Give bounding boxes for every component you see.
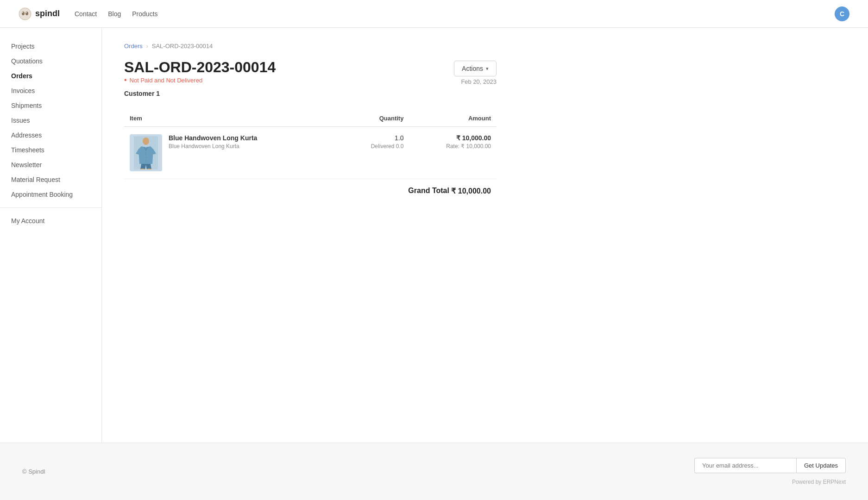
delivered-value: Delivered 0.0: [346, 143, 404, 150]
table-header-row: Item Quantity Amount: [124, 110, 497, 127]
svg-point-0: [19, 8, 31, 20]
footer-right: Get Updates Powered by ERPNext: [694, 458, 846, 485]
nav-blog[interactable]: Blog: [108, 10, 121, 18]
svg-point-1: [22, 12, 25, 15]
sidebar-item-material-request[interactable]: Material Request: [0, 172, 101, 187]
table-header: Item Quantity Amount: [124, 110, 497, 127]
svg-point-6: [143, 138, 149, 145]
get-updates-button[interactable]: Get Updates: [796, 458, 846, 473]
order-date: Feb 20, 2023: [454, 78, 497, 85]
user-avatar[interactable]: C: [835, 6, 849, 21]
item-cell: Blue Handwoven Long Kurta Blue Handwoven…: [124, 127, 341, 179]
col-amount: Amount: [409, 110, 497, 127]
customer-label: Customer 1: [124, 90, 276, 97]
order-meta: Actions ▾ Feb 20, 2023: [454, 59, 497, 85]
quantity-cell: 1.0 Delivered 0.0: [341, 127, 409, 179]
sidebar-item-my-account[interactable]: My Account: [0, 213, 101, 228]
sidebar: Projects Quotations Orders Invoices Ship…: [0, 28, 102, 443]
grand-total-row: Grand Total ₹ 10,000.00: [124, 179, 497, 195]
svg-point-3: [22, 12, 23, 13]
logo-icon: [19, 7, 31, 20]
grand-total-value: ₹ 10,000.00: [451, 187, 491, 195]
footer-email-row: Get Updates: [694, 458, 846, 473]
email-input[interactable]: [694, 458, 796, 473]
sidebar-item-newsletter[interactable]: Newsletter: [0, 157, 101, 172]
status-row: • Not Paid and Not Delivered: [124, 76, 276, 84]
footer-copyright: © Spindl: [22, 468, 45, 475]
breadcrumb-current: SAL-ORD-2023-00014: [152, 43, 213, 50]
svg-point-4: [26, 12, 27, 13]
table-body: Blue Handwoven Long Kurta Blue Handwoven…: [124, 127, 497, 179]
sidebar-item-invoices[interactable]: Invoices: [0, 83, 101, 98]
product-name: Blue Handwoven Long Kurta: [169, 134, 257, 142]
sidebar-item-appointment-booking[interactable]: Appointment Booking: [0, 187, 101, 202]
footer-powered-by: Powered by ERPNext: [792, 479, 846, 485]
sidebar-item-shipments[interactable]: Shipments: [0, 98, 101, 113]
breadcrumb-chevron: ›: [146, 43, 148, 50]
rate-value: Rate: ₹ 10,000.00: [415, 143, 491, 150]
table-row: Blue Handwoven Long Kurta Blue Handwoven…: [124, 127, 497, 179]
main-nav: Contact Blog Products: [75, 10, 158, 18]
order-title: SAL-ORD-2023-00014: [124, 59, 276, 76]
status-dot: •: [124, 76, 127, 84]
kurta-svg: [134, 136, 158, 169]
site-header: spindl Contact Blog Products C: [0, 0, 868, 28]
col-item: Item: [124, 110, 341, 127]
sidebar-item-orders[interactable]: Orders: [0, 69, 101, 83]
product-description: Blue Handwoven Long Kurta: [169, 143, 257, 150]
product-cell: Blue Handwoven Long Kurta Blue Handwoven…: [130, 134, 335, 171]
site-footer: © Spindl Get Updates Powered by ERPNext: [0, 443, 868, 500]
sidebar-item-quotations[interactable]: Quotations: [0, 54, 101, 69]
breadcrumb-parent[interactable]: Orders: [124, 43, 143, 50]
order-title-block: SAL-ORD-2023-00014 • Not Paid and Not De…: [124, 59, 276, 106]
logo[interactable]: spindl: [19, 7, 60, 20]
grand-total-label: Grand Total: [408, 187, 449, 195]
col-quantity: Quantity: [341, 110, 409, 127]
quantity-value: 1.0: [346, 134, 404, 142]
footer-inner: © Spindl Get Updates Powered by ERPNext: [22, 458, 846, 485]
nav-contact[interactable]: Contact: [75, 10, 97, 18]
actions-chevron-icon: ▾: [486, 66, 489, 72]
sidebar-item-addresses[interactable]: Addresses: [0, 128, 101, 143]
product-image: [130, 134, 162, 171]
logo-text: spindl: [35, 9, 60, 19]
status-badge: Not Paid and Not Delivered: [130, 77, 203, 84]
sidebar-item-timesheets[interactable]: Timesheets: [0, 143, 101, 157]
actions-label: Actions: [462, 65, 483, 72]
amount-value: ₹ 10,000.00: [415, 134, 491, 142]
order-header: SAL-ORD-2023-00014 • Not Paid and Not De…: [124, 59, 497, 106]
sidebar-divider: [0, 207, 101, 208]
amount-cell: ₹ 10,000.00 Rate: ₹ 10,000.00: [409, 127, 497, 179]
actions-button[interactable]: Actions ▾: [454, 61, 497, 76]
sidebar-item-projects[interactable]: Projects: [0, 39, 101, 54]
breadcrumb: Orders › SAL-ORD-2023-00014: [124, 43, 497, 50]
sidebar-item-issues[interactable]: Issues: [0, 113, 101, 128]
svg-point-2: [25, 12, 28, 15]
nav-products[interactable]: Products: [132, 10, 157, 18]
main-content: Orders › SAL-ORD-2023-00014 SAL-ORD-2023…: [102, 28, 519, 443]
main-layout: Projects Quotations Orders Invoices Ship…: [0, 28, 868, 443]
order-table: Item Quantity Amount: [124, 110, 497, 179]
product-info: Blue Handwoven Long Kurta Blue Handwoven…: [169, 134, 257, 150]
